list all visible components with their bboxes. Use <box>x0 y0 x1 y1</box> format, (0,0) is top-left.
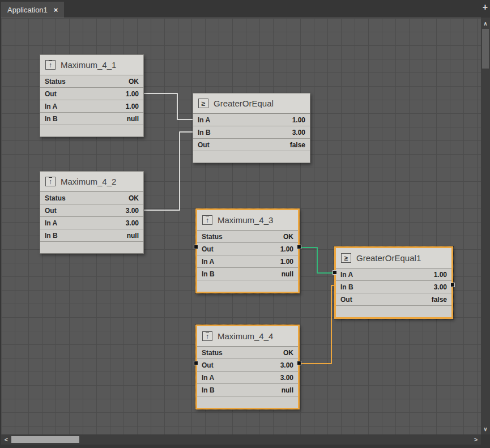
greater-or-equal-icon: ≥ <box>341 253 351 263</box>
port-handle[interactable] <box>194 361 198 365</box>
maximum-icon: ↑ <box>45 60 56 70</box>
node-maximum_4_2[interactable]: ↑Maximum_4_2StatusOKOut3.00In A3.00In Bn… <box>40 171 144 254</box>
node-footer <box>40 125 143 136</box>
node-row: Out1.00 <box>197 243 298 255</box>
port-handle[interactable] <box>194 245 198 249</box>
horizontal-scroll-thumb[interactable] <box>11 436 79 443</box>
node-header[interactable]: ↑Maximum_4_3 <box>197 210 298 231</box>
scroll-right-arrow[interactable]: > <box>471 434 480 445</box>
node-footer <box>197 396 298 408</box>
node-row: In A1.00 <box>40 100 143 113</box>
port-handle[interactable] <box>297 361 301 365</box>
node-row: In A3.00 <box>40 217 143 229</box>
row-label: In B <box>202 386 215 394</box>
node-footer <box>197 280 298 292</box>
row-label: Status <box>45 194 66 202</box>
node-greaterorequal1[interactable]: ≥GreaterOrEqual1In A1.00In B3.00Outfalse <box>334 246 453 319</box>
scroll-left-arrow[interactable]: < <box>2 434 11 445</box>
application-window: Application1 × + ↑Maximum_4_1StatusOKOut… <box>0 0 490 448</box>
connection-wire[interactable] <box>300 248 334 273</box>
row-value: 1.00 <box>434 271 447 279</box>
row-value: false <box>432 296 447 304</box>
port-handle[interactable] <box>297 245 301 249</box>
row-value: 3.00 <box>280 374 293 382</box>
node-row: In Bnull <box>197 268 298 280</box>
scrollbar-corner <box>481 434 490 445</box>
node-row: In Bnull <box>40 113 143 125</box>
row-label: Out <box>202 361 214 369</box>
node-row: StatusOK <box>40 75 143 88</box>
row-value: null <box>282 386 293 394</box>
row-value: 1.00 <box>126 90 139 98</box>
row-label: In B <box>45 115 58 123</box>
row-label: In A <box>45 103 57 110</box>
row-value: OK <box>129 194 139 202</box>
greater-or-equal-icon: ≥ <box>198 99 208 108</box>
vertical-scrollbar[interactable]: ∧ ∨ <box>481 18 490 434</box>
node-maximum_4_1[interactable]: ↑Maximum_4_1StatusOKOut1.00In A1.00In Bn… <box>40 54 144 137</box>
bottom-frame <box>0 445 490 448</box>
row-label: Out <box>202 245 214 253</box>
node-footer <box>40 242 143 253</box>
row-label: Out <box>45 207 57 215</box>
horizontal-scrollbar[interactable]: < > <box>1 434 481 445</box>
node-header[interactable]: ↑Maximum_4_4 <box>197 326 298 347</box>
row-label: In B <box>202 270 215 278</box>
node-row: StatusOK <box>197 347 298 359</box>
row-label: In A <box>202 258 214 266</box>
row-label: In A <box>45 219 57 227</box>
row-value: 3.00 <box>280 361 293 369</box>
row-value: 1.00 <box>292 116 305 124</box>
node-maximum_4_3[interactable]: ↑Maximum_4_3StatusOKOut1.00In A1.00In Bn… <box>195 208 300 293</box>
tab-application1[interactable]: Application1 × <box>1 2 64 18</box>
row-value: 1.00 <box>126 103 139 110</box>
row-label: Status <box>45 78 66 86</box>
node-greaterorequal[interactable]: ≥GreaterOrEqualIn A1.00In B3.00Outfalse <box>193 93 310 163</box>
row-value: 3.00 <box>434 283 447 291</box>
port-handle[interactable] <box>333 270 337 275</box>
node-title: GreaterOrEqual1 <box>356 253 421 263</box>
node-row: Outfalse <box>193 139 310 151</box>
tab-bar: Application1 × + <box>0 0 490 18</box>
maximum-icon: ↑ <box>202 215 212 225</box>
node-header[interactable]: ↑Maximum_4_2 <box>40 172 143 192</box>
node-row: In B3.00 <box>336 281 451 293</box>
row-value: 1.00 <box>280 258 293 266</box>
node-title: GreaterOrEqual <box>214 99 274 108</box>
tab-close-icon[interactable]: × <box>54 6 58 14</box>
node-row: Out1.00 <box>40 88 143 100</box>
row-value: 3.00 <box>292 129 305 136</box>
scroll-up-arrow[interactable]: ∧ <box>481 19 490 28</box>
node-title: Maximum_4_4 <box>218 331 273 341</box>
row-value: null <box>127 115 139 123</box>
connection-wire[interactable] <box>144 132 193 210</box>
connection-wire[interactable] <box>300 285 334 364</box>
add-tab-icon[interactable]: + <box>483 3 488 12</box>
node-footer <box>336 306 451 317</box>
node-maximum_4_4[interactable]: ↑Maximum_4_4StatusOKOut3.00In A3.00In Bn… <box>195 325 300 409</box>
row-value: OK <box>283 349 293 357</box>
row-value: OK <box>283 233 293 241</box>
node-row: Out3.00 <box>197 359 298 372</box>
node-row: In Bnull <box>197 384 298 396</box>
connection-wire[interactable] <box>144 93 193 120</box>
row-value: null <box>127 232 139 240</box>
node-header[interactable]: ≥GreaterOrEqual <box>193 93 310 114</box>
node-row: In A1.00 <box>197 255 298 268</box>
node-title: Maximum_4_2 <box>61 177 116 186</box>
row-label: Status <box>202 349 223 357</box>
node-canvas[interactable]: ↑Maximum_4_1StatusOKOut1.00In A1.00In Bn… <box>1 18 481 434</box>
scroll-down-arrow[interactable]: ∨ <box>481 424 490 433</box>
row-value: 3.00 <box>126 219 139 227</box>
row-label: In B <box>340 283 353 291</box>
maximum-icon: ↑ <box>45 177 56 186</box>
row-value: 1.00 <box>280 245 293 253</box>
node-header[interactable]: ≥GreaterOrEqual1 <box>336 248 451 268</box>
vertical-scroll-thumb[interactable] <box>482 29 489 69</box>
node-title: Maximum_4_1 <box>61 60 116 70</box>
maximum-icon: ↑ <box>202 331 212 341</box>
node-header[interactable]: ↑Maximum_4_1 <box>40 55 143 75</box>
row-label: In A <box>340 271 353 279</box>
row-label: Out <box>45 90 57 98</box>
port-handle[interactable] <box>450 283 455 287</box>
